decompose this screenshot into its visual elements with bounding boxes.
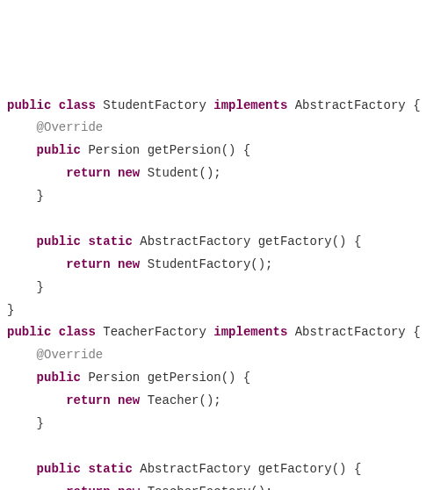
keyword-static: static bbox=[88, 462, 132, 476]
keyword-public: public bbox=[7, 98, 51, 112]
brace-open: { bbox=[406, 98, 421, 112]
keyword-class: class bbox=[59, 98, 96, 112]
interface-name: AbstractFactory bbox=[295, 325, 406, 339]
keyword-public: public bbox=[37, 371, 81, 385]
keyword-new: new bbox=[118, 166, 140, 180]
return-type: Persion bbox=[88, 143, 140, 157]
keyword-static: static bbox=[88, 234, 132, 249]
keyword-return: return bbox=[66, 393, 110, 407]
brace-close: } bbox=[37, 416, 44, 430]
brace-open: { bbox=[406, 325, 421, 339]
constructor-call: StudentFactory(); bbox=[148, 257, 273, 271]
keyword-new: new bbox=[118, 257, 140, 271]
keyword-public: public bbox=[37, 143, 81, 157]
return-type: AbstractFactory bbox=[140, 234, 250, 249]
keyword-public: public bbox=[37, 234, 81, 249]
constructor-call: TeacherFactory(); bbox=[148, 485, 273, 490]
keyword-new: new bbox=[118, 393, 140, 407]
keyword-return: return bbox=[66, 485, 110, 490]
code-block: public class StudentFactory implements A… bbox=[7, 95, 441, 490]
brace-close: } bbox=[37, 280, 44, 294]
class-name: TeacherFactory bbox=[103, 325, 206, 339]
keyword-class: class bbox=[59, 325, 96, 339]
method-signature: getFactory() { bbox=[258, 462, 362, 476]
constructor-call: Teacher(); bbox=[148, 393, 221, 407]
class-name: StudentFactory bbox=[103, 98, 206, 112]
annotation-override: @Override bbox=[37, 120, 104, 134]
keyword-new: new bbox=[118, 485, 140, 490]
method-signature: getPersion() { bbox=[148, 371, 251, 385]
constructor-call: Student(); bbox=[148, 166, 221, 180]
interface-name: AbstractFactory bbox=[295, 98, 406, 112]
brace-close: } bbox=[7, 303, 14, 317]
brace-close: } bbox=[37, 189, 44, 203]
method-signature: getFactory() { bbox=[258, 234, 362, 249]
annotation-override: @Override bbox=[37, 348, 104, 362]
keyword-implements: implements bbox=[213, 98, 287, 112]
keyword-public: public bbox=[37, 462, 81, 476]
keyword-return: return bbox=[66, 166, 110, 180]
method-signature: getPersion() { bbox=[148, 143, 251, 157]
return-type: Persion bbox=[88, 371, 140, 385]
keyword-implements: implements bbox=[213, 325, 287, 339]
keyword-return: return bbox=[66, 257, 110, 271]
keyword-public: public bbox=[7, 325, 51, 339]
return-type: AbstractFactory bbox=[140, 462, 250, 476]
